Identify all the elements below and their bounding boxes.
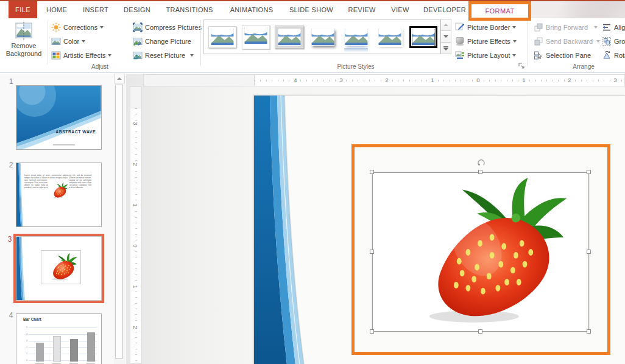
panel-scroll-up-button[interactable] [114, 74, 125, 83]
dropdown-arrow-icon [108, 54, 111, 57]
picture-effects-button[interactable]: Picture Effects [455, 35, 517, 47]
h-ruler-number: 1 [429, 77, 436, 83]
picture-style-black-frame[interactable] [406, 21, 440, 54]
group-separator [200, 20, 201, 66]
gridline [29, 327, 97, 328]
dropdown-arrow-icon [596, 40, 600, 43]
y-tick-label: 3 [24, 340, 27, 341]
artistic-effects-icon [51, 51, 61, 60]
compress-pictures-icon [133, 23, 143, 32]
tab-review[interactable]: REVIEW [348, 1, 375, 18]
gallery-scroll-down-button[interactable] [440, 30, 451, 43]
y-tick-label: 1 [24, 353, 27, 355]
panel-scrollbar[interactable] [114, 83, 125, 364]
h-ruler-number: 3 [337, 77, 344, 83]
slide-editor-area: 43210123 321012 [126, 74, 625, 364]
bar [53, 336, 61, 362]
picture-effects-icon [455, 37, 465, 46]
corrections-sun-icon [51, 23, 61, 32]
gallery-more-icon [443, 46, 448, 51]
slide-thumbnail-1[interactable]: ABSTRACT WAVE [16, 85, 102, 150]
v-ruler-number: 1 [132, 284, 139, 289]
tab-developer[interactable]: DEVELOPER [423, 1, 466, 18]
remove-background-icon [14, 22, 34, 40]
ribbon: Remove Background Corrections Color Arti… [0, 18, 625, 73]
selection-pane-button[interactable]: Selection Pane [534, 49, 591, 61]
color-button[interactable]: Color [51, 35, 85, 47]
picture-border-button[interactable]: Picture Border [455, 21, 516, 33]
tab-slide-show[interactable]: SLIDE SHOW [289, 1, 333, 18]
picture-style-soft-edge[interactable] [373, 21, 406, 54]
slide-thumbnail-2[interactable]: Lorem ipsum dolor sit amet, consectetur … [16, 163, 102, 227]
picture-style-reflection[interactable] [339, 21, 373, 54]
picture-style-simple-white-frame[interactable] [206, 21, 239, 54]
slide-4-bar-chart: 543210 [29, 327, 97, 362]
h-ruler-number: 3 [612, 77, 618, 83]
scroll-up-icon [117, 77, 122, 80]
group-button[interactable]: Group [602, 35, 625, 47]
bring-forward-button[interactable]: Bring Forward [534, 21, 598, 33]
group-icon [602, 37, 612, 46]
v-ruler-number: 0 [132, 243, 139, 248]
picture-border-icon [455, 23, 465, 32]
abstract-wave-art [16, 86, 101, 149]
artistic-effects-button[interactable]: Artistic Effects [51, 49, 111, 61]
wave-strip-art [16, 163, 23, 226]
horizontal-ruler: 43210123 [143, 74, 625, 86]
picture-style-metal-frame[interactable] [273, 21, 306, 54]
change-picture-icon [133, 37, 143, 46]
send-backward-button[interactable]: Send Backward [534, 35, 600, 47]
align-button[interactable]: Align [602, 21, 625, 33]
tab-transitions[interactable]: TRANSITIONS [166, 1, 213, 18]
tab-animations[interactable]: ANIMATIONS [230, 1, 274, 18]
picture-styles-group-label: Picture Styles [203, 63, 508, 70]
dropdown-arrow-icon [82, 40, 85, 43]
corrections-button[interactable]: Corrections [51, 21, 104, 33]
picture-styles-gallery [203, 19, 440, 54]
tab-format[interactable]: FORMAT [485, 7, 514, 15]
y-tick-label: 4 [24, 333, 27, 335]
ribbon-tab-bar: FILE HOMEINSERTDESIGNTRANSITIONSANIMATIO… [0, 0, 625, 18]
y-tick-label: 0 [24, 360, 27, 362]
panel-scrollbar-thumb[interactable] [115, 85, 123, 359]
change-picture-button[interactable]: Change Picture [133, 35, 191, 47]
y-tick-label: 2 [24, 346, 27, 348]
picture-style-drop-shadow[interactable] [306, 21, 340, 54]
slide-4-number: 4 [6, 311, 16, 320]
bring-forward-icon [534, 23, 543, 32]
tab-insert[interactable]: INSERT [83, 1, 108, 18]
slide-thumbnail-4[interactable]: Bar Chart 543210 [16, 313, 102, 364]
v-ruler-number: 2 [132, 324, 139, 330]
rotate-icon [602, 51, 612, 60]
slide-1-number: 1 [6, 77, 16, 86]
slide-thumbnail-3[interactable] [16, 236, 102, 301]
slide-4-chart-title: Bar Chart [23, 317, 41, 322]
y-tick-label: 5 [24, 327, 27, 329]
tab-design[interactable]: DESIGN [124, 1, 150, 18]
slide-1-caption-placeholder [53, 144, 75, 145]
v-ruler-number: 2 [132, 161, 139, 167]
color-icon [51, 37, 61, 46]
compress-pictures-button[interactable]: Compress Pictures [133, 21, 202, 33]
picture-layout-button[interactable]: Picture Layout [455, 49, 516, 61]
reset-picture-button[interactable]: Reset Picture [133, 49, 194, 61]
dropdown-arrow-icon [513, 40, 517, 43]
h-ruler-number: 4 [292, 77, 298, 83]
h-ruler-number: 2 [566, 77, 573, 83]
scroll-down-icon [443, 35, 448, 38]
selection-pane-icon [534, 51, 543, 60]
picture-style-white-mat-frame[interactable] [239, 21, 273, 54]
tab-view[interactable]: VIEW [391, 1, 409, 18]
picture-styles-dialog-launcher[interactable] [518, 62, 525, 69]
tab-home[interactable]: HOME [46, 1, 67, 18]
gallery-scroll-up-button[interactable] [440, 19, 451, 31]
rotate-button[interactable]: Rotate [602, 49, 625, 61]
tab-file[interactable]: FILE [9, 1, 37, 18]
gallery-more-button[interactable] [440, 42, 451, 54]
remove-background-button[interactable]: Remove Background [4, 19, 44, 66]
slide-2-strawberry-image [48, 179, 69, 202]
wave-strip-art [16, 237, 25, 300]
h-ruler-number: 2 [383, 77, 390, 83]
slide-2-number: 2 [6, 161, 16, 169]
scroll-up-icon [443, 24, 448, 26]
